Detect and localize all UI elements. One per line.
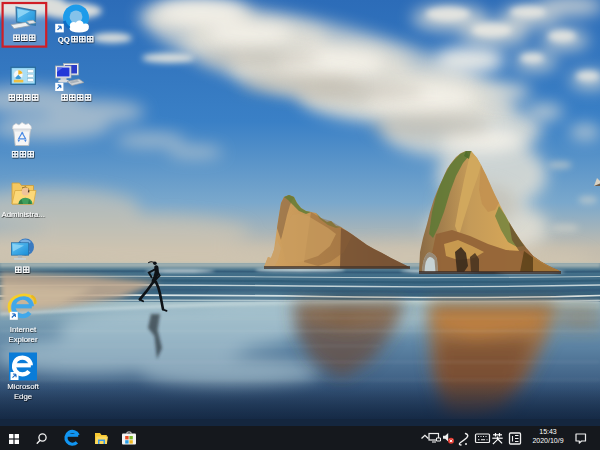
svg-text:Microsoft: Microsoft [7, 382, 39, 391]
svg-text:QQ: QQ [58, 35, 70, 44]
svg-text:Internet: Internet [10, 325, 37, 334]
svg-text:Edge: Edge [14, 392, 32, 401]
svg-text:Explorer: Explorer [8, 335, 37, 344]
svg-text:Administra...: Administra... [2, 210, 45, 219]
